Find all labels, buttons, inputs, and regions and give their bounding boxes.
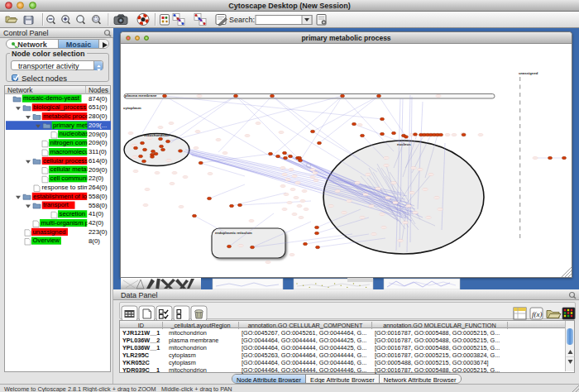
svg-text:874(0): 874(0) [89, 95, 108, 103]
svg-text:558(0): 558(0) [89, 193, 108, 200]
svg-text:endoplasmic reticulum: endoplasmic reticulum [215, 231, 252, 235]
svg-text:cellular metabo: cellular metabo [50, 165, 95, 173]
svg-text:cytoplasm: cytoplasm [123, 106, 141, 110]
svg-text:311(0): 311(0) [89, 148, 107, 155]
svg-text:cellular process: cellular process [43, 157, 88, 165]
svg-text:209(0): 209(0) [89, 139, 108, 146]
svg-text:multi-organism pro: multi-organism pro [41, 219, 95, 227]
svg-text:secretion: secretion [60, 210, 86, 218]
svg-text:42(0): 42(0) [89, 219, 104, 227]
svg-text:unassigned: unassigned [519, 71, 538, 75]
svg-text:223(0): 223(0) [89, 228, 108, 236]
svg-text:651(0): 651(0) [89, 103, 108, 111]
svg-text:establishment of lo: establishment of lo [33, 193, 88, 200]
svg-text:264(0): 264(0) [89, 184, 108, 191]
svg-text:f(x): f(x) [532, 310, 543, 318]
svg-text:280(0): 280(0) [89, 112, 108, 120]
svg-text:Search:: Search: [229, 16, 255, 24]
svg-text:mosaic-demo-yeast: mosaic-demo-yeast [23, 94, 80, 102]
svg-text:41(0): 41(0) [89, 210, 104, 218]
svg-text:Overview: Overview [33, 237, 60, 244]
svg-text:unassigned: unassigned [33, 228, 66, 236]
svg-text:metabolic process: metabolic process [43, 112, 95, 120]
svg-text:209(0): 209(0) [89, 166, 108, 174]
svg-text:8(0): 8(0) [89, 237, 100, 245]
svg-text:macromolecule: macromolecule [50, 148, 94, 155]
svg-text:22(0): 22(0) [89, 174, 104, 182]
svg-text:558(0): 558(0) [89, 202, 108, 209]
svg-text:614(0): 614(0) [89, 157, 108, 165]
svg-text:response to stimul: response to stimul [42, 184, 95, 191]
svg-text:transport: transport [43, 201, 69, 208]
svg-text:209(...: 209(... [89, 122, 107, 129]
svg-text:plasma membrane: plasma membrane [125, 93, 157, 98]
svg-text:biological_process: biological_process [33, 103, 86, 111]
svg-text:209(0): 209(0) [89, 131, 108, 138]
svg-text:mitochondrion: mitochondrion [144, 133, 170, 137]
